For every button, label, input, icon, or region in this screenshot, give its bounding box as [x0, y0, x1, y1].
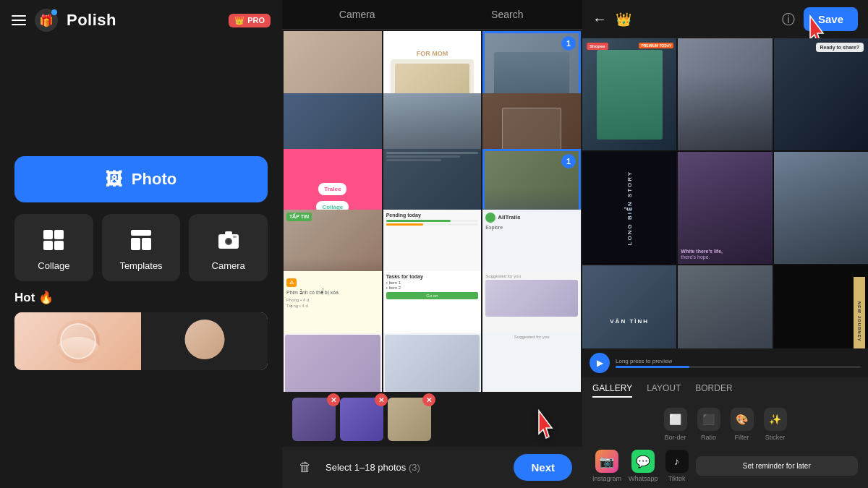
panel-right: ← 👑 ⓘ Save Shopee PREMIUM TODAY Read — [582, 0, 868, 488]
app-title: Polish — [67, 11, 116, 30]
photo-btn-wrap: 🖼 Photo — [0, 156, 282, 202]
remove-thumb-1[interactable]: ✕ — [327, 393, 340, 406]
svg-rect-2 — [43, 241, 53, 250]
strip-thumb-1[interactable]: ✕ — [292, 398, 336, 441]
top-tabs: Camera Search — [282, 0, 582, 30]
templates-icon — [128, 227, 154, 253]
tool-sticker-label: Sticker — [765, 434, 786, 441]
crown-icon: 👑 — [234, 16, 244, 25]
shopee-badge: Shopee — [587, 43, 608, 50]
templates-label: Templates — [119, 260, 162, 271]
tool-ratio[interactable]: ⬛ Ratio — [697, 408, 720, 441]
photo-cell[interactable] — [284, 333, 382, 393]
photo-grid: FOR MOM 1 A JOURNEY — [282, 30, 582, 392]
tab-layout[interactable]: LAYOUT — [647, 383, 681, 398]
editor-canvas: Shopee PREMIUM TODAY Ready to share? LON… — [582, 38, 868, 377]
photo-cell[interactable] — [383, 333, 482, 393]
strip-thumb-2[interactable]: ✕ — [340, 398, 383, 441]
gift-icon-wrap[interactable]: 🎁 — [35, 9, 58, 32]
share-whatsapp[interactable]: 💬 Whatsapp — [629, 450, 658, 482]
feature-grid: Collage Templates — [0, 202, 282, 281]
svg-rect-10 — [225, 231, 232, 235]
feature-item-camera[interactable]: Camera — [189, 214, 268, 281]
feature-item-templates[interactable]: Templates — [102, 214, 181, 281]
set-reminder-button[interactable]: Set reminder for later — [696, 456, 858, 476]
pro-badge[interactable]: 👑 PRO — [229, 14, 271, 27]
ratio-icon: ⬛ — [697, 408, 720, 431]
editor-tab-row: GALLERY LAYOUT BORDER — [592, 383, 858, 398]
filter-icon: 🎨 — [731, 408, 754, 431]
feature-item-collage[interactable]: Collage — [14, 214, 93, 281]
gift-icon: 🎁 — [39, 14, 54, 27]
tab-search[interactable]: Search — [433, 0, 583, 29]
hot-preview-left — [14, 312, 141, 370]
canvas-cell-1[interactable]: Shopee PREMIUM TODAY — [582, 38, 676, 150]
tab-gallery[interactable]: GALLERY — [592, 383, 632, 398]
canvas-cell-6[interactable] — [774, 152, 868, 264]
canvas-cell-5[interactable]: White there's life, there's hope. — [678, 152, 772, 264]
hot-section: Hot 🔥 — [0, 281, 282, 370]
bottom-editor-tabs: GALLERY LAYOUT BORDER ⬜ Bor-der ⬛ Ratio … — [582, 377, 868, 488]
svg-rect-11 — [233, 236, 237, 238]
select-info: Select 1–18 photos (3) — [326, 462, 506, 473]
tiktok-icon: ♪ — [665, 450, 689, 473]
promo-badge: PREMIUM TODAY — [639, 43, 673, 48]
collage-label: Collage — [38, 260, 69, 271]
ready-share-badge: Ready to share? — [816, 43, 864, 52]
crown-icon: 👑 — [616, 12, 631, 27]
svg-point-9 — [226, 239, 231, 244]
remove-thumb-2[interactable]: ✕ — [375, 393, 388, 406]
sticker-icon: ✨ — [764, 408, 787, 431]
tab-camera[interactable]: Camera — [282, 0, 433, 29]
notification-dot — [51, 9, 57, 15]
select-count: (3) — [409, 462, 420, 473]
tool-border[interactable]: ⬜ Bor-der — [664, 408, 687, 441]
panel-left: 🎁 Polish 👑 PRO 🖼 Photo Co — [0, 0, 282, 488]
app-header: 🎁 Polish 👑 PRO — [0, 0, 282, 40]
svg-rect-1 — [54, 230, 64, 239]
selection-number: 1 — [561, 36, 576, 51]
svg-rect-6 — [142, 238, 151, 250]
hot-label: Hot 🔥 — [14, 290, 268, 305]
camera-label: Camera — [212, 260, 245, 271]
hot-preview-right — [141, 312, 268, 370]
share-instagram[interactable]: 📷 Instagram — [592, 450, 621, 482]
border-icon: ⬜ — [664, 408, 687, 431]
camera-icon — [216, 227, 242, 253]
reminder-label: Set reminder for later — [743, 462, 811, 470]
back-button[interactable]: ← — [592, 11, 607, 27]
editor-tools: ⬜ Bor-der ⬛ Ratio 🎨 Filter ✨ Sticker — [592, 405, 858, 444]
next-button[interactable]: Next — [514, 454, 572, 481]
canvas-cell-3[interactable]: Ready to share? — [774, 38, 868, 150]
instagram-icon: 📷 — [595, 450, 618, 473]
tool-border-label: Bor-der — [664, 434, 686, 441]
tool-filter[interactable]: 🎨 Filter — [731, 408, 754, 441]
tab-border[interactable]: BORDER — [695, 383, 732, 398]
hamburger-menu[interactable] — [12, 15, 26, 25]
selected-strip: ✕ ✕ ✕ — [282, 392, 582, 447]
panel-middle: Camera Search FOR MOM 1 A JOURNEY — [282, 0, 582, 488]
canvas-cell-4[interactable]: LONG BIỂN STORY — [582, 152, 676, 264]
svg-rect-5 — [131, 238, 140, 250]
collage-icon — [41, 227, 67, 253]
photo-cell[interactable]: Suggested for you — [482, 333, 581, 393]
share-tiktok[interactable]: ♪ Tiktok — [665, 450, 689, 482]
tool-sticker[interactable]: ✨ Sticker — [764, 408, 787, 441]
photo-button[interactable]: 🖼 Photo — [14, 156, 268, 202]
svg-rect-4 — [131, 230, 151, 236]
strip-thumb-3[interactable]: ✕ — [388, 398, 431, 441]
svg-rect-3 — [54, 241, 64, 250]
svg-rect-0 — [43, 230, 53, 239]
whatsapp-icon: 💬 — [631, 450, 655, 473]
trash-button[interactable]: 🗑 — [292, 455, 318, 481]
remove-thumb-3[interactable]: ✕ — [422, 393, 435, 406]
tool-ratio-label: Ratio — [701, 434, 716, 441]
hot-preview[interactable] — [14, 312, 268, 370]
bottom-bar: 🗑 Select 1–18 photos (3) Next — [282, 447, 582, 488]
info-button[interactable]: ⓘ — [782, 11, 795, 28]
canvas-cell-2[interactable] — [678, 38, 772, 150]
photo-icon: 🖼 — [106, 169, 123, 189]
tool-filter-label: Filter — [735, 434, 749, 441]
